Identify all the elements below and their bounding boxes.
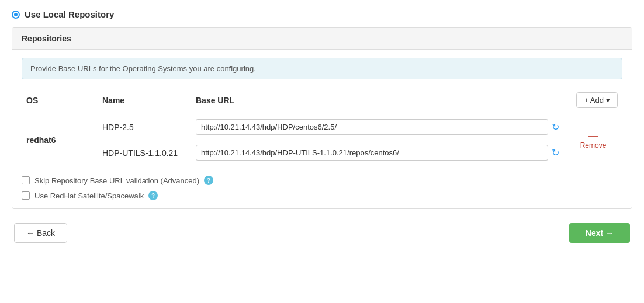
remove-label: Remove	[580, 141, 607, 149]
use-satellite-label: Use RedHat Satellite/Spacewalk	[34, 191, 144, 200]
info-box: Provide Base URLs for the Operating Syst…	[22, 58, 622, 79]
col-header-url: Base URL	[191, 89, 564, 114]
back-button[interactable]: ← Back	[14, 223, 67, 243]
checkbox-row-1: Skip Repository Base URL validation (Adv…	[22, 176, 622, 185]
info-text: Provide Base URLs for the Operating Syst…	[30, 64, 256, 73]
skip-validation-label: Skip Repository Base URL validation (Adv…	[34, 176, 199, 185]
repositories-title: Repositories	[22, 34, 71, 43]
remove-cell: — Remove	[564, 114, 622, 166]
dropdown-arrow-icon: ▾	[606, 96, 610, 105]
checkboxes-section: Skip Repository Base URL validation (Adv…	[22, 176, 622, 200]
col-header-action: + Add ▾	[564, 89, 622, 114]
use-local-repo-label: Use Local Repository	[25, 9, 114, 19]
add-button[interactable]: + Add ▾	[576, 92, 618, 108]
radio-button[interactable]	[12, 11, 20, 19]
checkbox-row-2: Use RedHat Satellite/Spacewalk ?	[22, 191, 622, 200]
repo-name-cell-2: HDP-UTILS-1.1.0.21	[98, 140, 191, 166]
os-cell: redhat6	[22, 114, 98, 166]
col-header-os: OS	[22, 89, 98, 114]
repositories-body: Provide Base URLs for the Operating Syst…	[12, 50, 632, 208]
skip-validation-help-icon[interactable]: ?	[204, 176, 213, 185]
table-row: HDP-UTILS-1.1.0.21 ↻	[22, 140, 622, 166]
page-wrapper: Use Local Repository Repositories Provid…	[0, 0, 644, 252]
repositories-panel: Repositories Provide Base URLs for the O…	[12, 27, 632, 209]
url-cell-2: ↻	[191, 140, 564, 166]
base-url-input-2[interactable]	[196, 145, 548, 161]
use-satellite-checkbox[interactable]	[22, 191, 30, 200]
table-row: redhat6 HDP-2.5 ↻	[22, 114, 622, 140]
url-cell: ↻	[191, 114, 564, 140]
footer-nav: ← Back Next →	[12, 223, 632, 243]
col-header-name: Name	[98, 89, 191, 114]
skip-validation-checkbox[interactable]	[22, 176, 30, 184]
refresh-icon-1[interactable]: ↻	[552, 121, 559, 133]
next-button[interactable]: Next →	[569, 223, 630, 243]
repo-table: OS Name Base URL + Add ▾	[22, 89, 622, 165]
remove-button[interactable]: — Remove	[569, 131, 618, 149]
repo-name-2: HDP-UTILS-1.1.0.21	[102, 148, 178, 158]
repositories-header: Repositories	[12, 28, 632, 50]
remove-dash-icon: —	[588, 131, 598, 141]
base-url-input-1[interactable]	[196, 119, 548, 135]
use-local-repo-option[interactable]: Use Local Repository	[12, 9, 632, 19]
os-label: redhat6	[26, 135, 56, 145]
refresh-icon-2[interactable]: ↻	[552, 147, 559, 158]
repo-name: HDP-2.5	[102, 123, 134, 132]
use-satellite-help-icon[interactable]: ?	[148, 191, 158, 200]
repo-name-cell: HDP-2.5	[98, 114, 191, 140]
